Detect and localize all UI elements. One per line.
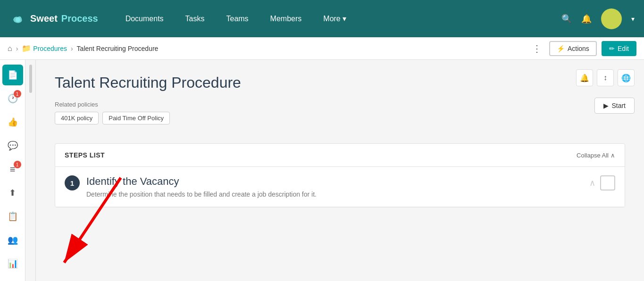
nav-more[interactable]: More ▾ <box>319 12 350 25</box>
sidebar-item-list[interactable]: ≡ 1 <box>2 159 23 180</box>
collapse-all-button[interactable]: Collapse All ∧ <box>577 152 615 159</box>
step-content: Identify the Vacancy Determine the posit… <box>86 175 585 198</box>
policy-tag-pto[interactable]: Paid Time Off Policy <box>102 112 170 124</box>
sidebar-item-clipboard[interactable]: 📋 <box>2 206 23 227</box>
scroll-thumb[interactable] <box>29 65 32 93</box>
nav-teams[interactable]: Teams <box>222 13 252 25</box>
logo-sweet: Sweet <box>30 13 58 24</box>
breadcrumb-current: Talent Recruiting Procedure <box>77 45 159 52</box>
sidebar-item-comments[interactable]: 💬 <box>2 135 23 156</box>
steps-section: STEPS LIST Collapse All ∧ 1 Identify the… <box>55 143 625 207</box>
sort-icon[interactable]: ↕ <box>597 69 614 86</box>
logo[interactable]: SweetProcess <box>9 10 98 27</box>
svg-point-1 <box>16 17 20 22</box>
logo-process: Process <box>61 13 98 24</box>
nav-documents[interactable]: Documents <box>122 13 167 25</box>
comment-icon: 💬 <box>8 140 18 151</box>
thumbsup-icon: 👍 <box>8 117 18 127</box>
steps-header: STEPS LIST Collapse All ∧ <box>55 144 625 167</box>
breadcrumb-procedures[interactable]: 📁 Procedures <box>22 44 67 53</box>
edit-button[interactable]: ✏ Edit <box>602 41 636 56</box>
step-actions: ∧ <box>589 175 615 190</box>
start-button[interactable]: ▶ Start <box>594 98 635 114</box>
steps-title: STEPS LIST <box>65 151 105 159</box>
top-navigation: SweetProcess Documents Tasks Teams Membe… <box>0 0 644 37</box>
sidebar-item-recent[interactable]: 🕐 1 <box>2 88 23 109</box>
more-options-button[interactable]: ⋮ <box>529 43 544 54</box>
step-up-button[interactable]: ∧ <box>589 178 595 188</box>
content-area: 🔔 ↕ 🌐 ▶ Start Talent Recruiting Procedur… <box>36 60 644 281</box>
step-check-button[interactable] <box>600 175 615 190</box>
play-icon: ▶ <box>603 102 609 109</box>
content-right-icons: 🔔 ↕ 🌐 <box>576 69 635 86</box>
content-inner: Talent Recruiting Procedure Related poli… <box>36 60 644 134</box>
documents-icon: 📄 <box>8 70 18 80</box>
notification-icon[interactable]: 🔔 <box>581 14 592 24</box>
breadcrumb-sep-1: › <box>16 45 18 52</box>
step-name: Identify the Vacancy <box>86 175 585 188</box>
nav-tasks[interactable]: Tasks <box>182 13 209 25</box>
step-number: 1 <box>65 175 80 190</box>
sidebar-item-documents[interactable]: 📄 <box>2 65 23 85</box>
breadcrumb: ⌂ › 📁 Procedures › Talent Recruiting Pro… <box>0 37 644 60</box>
related-policies-label: Related policies <box>55 101 625 108</box>
search-icon[interactable]: 🔍 <box>561 14 572 24</box>
home-icon[interactable]: ⌂ <box>8 44 12 53</box>
upload-icon: ⬆ <box>9 188 16 198</box>
sidebar-item-chart[interactable]: 📊 <box>2 253 23 274</box>
nav-members[interactable]: Members <box>267 13 306 25</box>
chevron-up-icon: ∧ <box>611 152 615 159</box>
profile-chevron-icon[interactable]: ▾ <box>631 15 635 23</box>
scroll-container[interactable] <box>25 60 36 281</box>
chart-icon: 📊 <box>8 258 18 269</box>
folder-icon: 📁 <box>22 44 31 53</box>
main-layout: 📄 🕐 1 👍 💬 ≡ 1 ⬆ 📋 👥 📊 <box>0 60 644 281</box>
policy-tag-401k[interactable]: 401K policy <box>55 112 99 124</box>
globe-icon[interactable]: 🌐 <box>618 69 635 86</box>
procedure-title: Talent Recruiting Procedure <box>55 74 625 91</box>
table-row: 1 Identify the Vacancy Determine the pos… <box>55 167 625 207</box>
users-icon: 👥 <box>8 235 18 245</box>
edit-icon: ✏ <box>609 45 615 52</box>
actions-button[interactable]: ⚡ Actions <box>549 41 597 56</box>
more-chevron-icon: ▾ <box>343 14 346 23</box>
sidebar: 📄 🕐 1 👍 💬 ≡ 1 ⬆ 📋 👥 📊 <box>0 60 25 281</box>
subscribe-icon[interactable]: 🔔 <box>576 69 593 86</box>
step-description: Determine the position that needs to be … <box>86 190 585 198</box>
avatar[interactable] <box>601 8 622 29</box>
sidebar-item-users[interactable]: 👥 <box>2 230 23 250</box>
recent-badge: 1 <box>14 90 21 98</box>
policy-tags: 401K policy Paid Time Off Policy <box>55 112 625 124</box>
sidebar-item-upload[interactable]: ⬆ <box>2 182 23 203</box>
breadcrumb-actions: ⋮ ⚡ Actions ✏ Edit <box>529 41 636 56</box>
sidebar-item-likes[interactable]: 👍 <box>2 112 23 132</box>
clipboard-icon: 📋 <box>8 211 18 222</box>
list-badge: 1 <box>14 161 21 168</box>
breadcrumb-sep-2: › <box>71 45 73 52</box>
lightning-icon: ⚡ <box>557 45 565 52</box>
